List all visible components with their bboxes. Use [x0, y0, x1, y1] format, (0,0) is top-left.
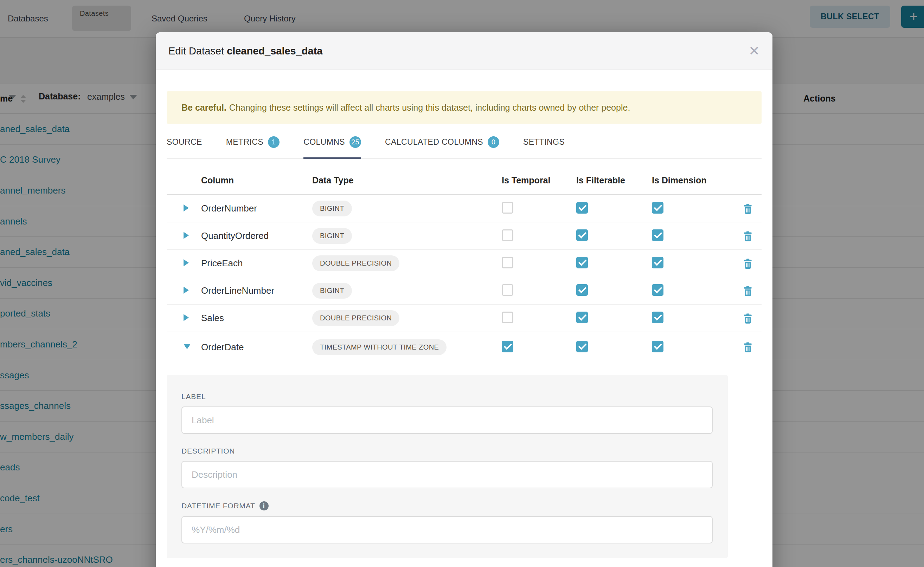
data-type-pill: TIMESTAMP WITHOUT TIME ZONE — [312, 339, 447, 355]
caret-right-icon[interactable] — [167, 286, 201, 295]
column-row: OrderLineNumberBIGINT — [167, 277, 761, 304]
is-dimension-checkbox[interactable] — [652, 284, 664, 296]
is-dimension-checkbox[interactable] — [652, 341, 664, 352]
column-name: OrderDate — [201, 342, 312, 353]
is-filterable-checkbox[interactable] — [576, 312, 588, 323]
column-detail-panel: LABEL DESCRIPTION DATETIME FORMAT i — [167, 375, 728, 558]
columns-table-header: Column Data Type Is Temporal Is Filterab… — [167, 175, 761, 195]
column-name: OrderNumber — [201, 203, 312, 214]
is-filterable-checkbox[interactable] — [576, 341, 588, 352]
column-name: PriceEach — [201, 258, 312, 269]
tab-calculated-columns[interactable]: CALCULATED COLUMNS 0 — [385, 136, 499, 158]
columns-count-badge: 25 — [349, 136, 361, 148]
is-filterable-checkbox[interactable] — [576, 230, 588, 241]
delete-column-button[interactable] — [736, 230, 761, 242]
is-temporal-checkbox[interactable] — [502, 312, 513, 323]
is-filterable-checkbox[interactable] — [576, 202, 588, 214]
columns-table: Column Data Type Is Temporal Is Filterab… — [167, 175, 761, 362]
datetime-format-heading: DATETIME FORMAT i — [181, 501, 712, 510]
description-heading: DESCRIPTION — [181, 447, 712, 455]
is-temporal-checkbox[interactable] — [502, 202, 513, 214]
is-temporal-checkbox[interactable] — [502, 341, 513, 352]
header-column: Column — [201, 175, 312, 186]
caret-down-icon[interactable] — [167, 344, 201, 351]
column-name: QuantityOrdered — [201, 231, 312, 242]
is-filterable-checkbox[interactable] — [576, 257, 588, 268]
edit-dataset-modal: Edit Dataset cleaned_sales_data ✕ Be car… — [156, 32, 772, 567]
is-temporal-checkbox[interactable] — [502, 230, 513, 241]
delete-column-button[interactable] — [736, 285, 761, 297]
data-type-pill: BIGINT — [312, 283, 352, 298]
is-dimension-checkbox[interactable] — [652, 230, 664, 241]
header-is-dimension: Is Dimension — [652, 175, 736, 186]
column-row: OrderDateTIMESTAMP WITHOUT TIME ZONE — [167, 332, 761, 362]
is-temporal-checkbox[interactable] — [502, 284, 513, 296]
tab-source[interactable]: SOURCE — [167, 136, 202, 158]
tab-bar: SOURCE METRICS 1 COLUMNS 25 CALCULATED C… — [167, 136, 761, 159]
is-filterable-checkbox[interactable] — [576, 284, 588, 296]
data-type-pill: DOUBLE PRECISION — [312, 310, 399, 326]
is-temporal-checkbox[interactable] — [502, 257, 513, 268]
datetime-format-input[interactable] — [181, 516, 713, 543]
modal-header: Edit Dataset cleaned_sales_data ✕ — [156, 32, 772, 70]
caret-right-icon[interactable] — [167, 314, 201, 322]
header-is-temporal: Is Temporal — [502, 175, 576, 186]
column-row: PriceEachDOUBLE PRECISION — [167, 250, 761, 277]
header-data-type: Data Type — [312, 175, 502, 186]
delete-column-button[interactable] — [736, 312, 761, 324]
description-input[interactable] — [181, 461, 713, 488]
column-name: OrderLineNumber — [201, 285, 312, 296]
delete-column-button[interactable] — [736, 203, 761, 214]
column-row: OrderNumberBIGINT — [167, 195, 761, 222]
data-type-pill: DOUBLE PRECISION — [312, 255, 399, 271]
header-is-filterable: Is Filterable — [576, 175, 652, 186]
tab-metrics[interactable]: METRICS 1 — [226, 136, 280, 158]
screen: Databases Datasets Saved Queries Query H… — [0, 0, 924, 567]
delete-column-button[interactable] — [736, 341, 761, 353]
is-dimension-checkbox[interactable] — [652, 257, 664, 268]
delete-column-button[interactable] — [736, 258, 761, 270]
caret-right-icon[interactable] — [167, 204, 201, 213]
warning-bold: Be careful. — [181, 103, 226, 113]
data-type-pill: BIGINT — [312, 201, 352, 216]
caret-right-icon[interactable] — [167, 259, 201, 268]
is-dimension-checkbox[interactable] — [652, 202, 664, 214]
is-dimension-checkbox[interactable] — [652, 312, 664, 323]
calculated-columns-count-badge: 0 — [488, 136, 499, 148]
tab-columns[interactable]: COLUMNS 25 — [303, 136, 361, 158]
info-icon[interactable]: i — [259, 501, 269, 510]
tab-settings[interactable]: SETTINGS — [523, 136, 565, 158]
modal-body: Be careful. Changing these settings will… — [156, 92, 772, 558]
column-row: QuantityOrderedBIGINT — [167, 222, 761, 250]
data-type-pill: BIGINT — [312, 228, 352, 244]
warning-text: Changing these settings will affect all … — [229, 103, 631, 113]
metrics-count-badge: 1 — [268, 136, 280, 148]
warning-banner: Be careful. Changing these settings will… — [167, 92, 761, 124]
label-input[interactable] — [181, 406, 713, 434]
modal-title: Edit Dataset cleaned_sales_data — [169, 45, 323, 57]
close-icon[interactable]: ✕ — [749, 44, 760, 58]
column-row: SalesDOUBLE PRECISION — [167, 304, 761, 332]
column-name: Sales — [201, 313, 312, 324]
label-heading: LABEL — [181, 392, 712, 401]
caret-right-icon[interactable] — [167, 232, 201, 240]
